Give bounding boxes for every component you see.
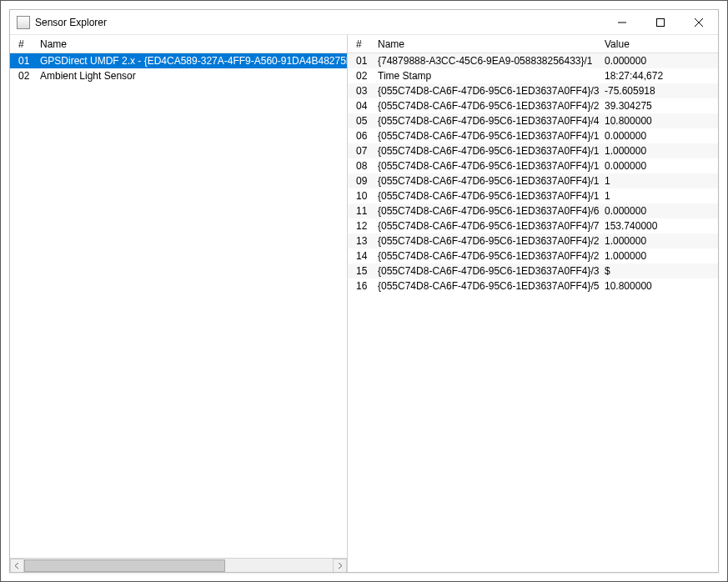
minimize-button[interactable] [603,10,641,35]
property-value: 153.740000 [600,220,718,232]
content-area: # Name 01GPSDirect UMDF 2.x - {ED4CA589-… [10,35,718,572]
sensor-list-body[interactable]: 01GPSDirect UMDF 2.x - {ED4CA589-327A-4F… [10,53,347,558]
sensor-list-row[interactable]: 01GPSDirect UMDF 2.x - {ED4CA589-327A-4F… [10,53,347,68]
property-value: 18:27:44,672 [600,70,718,82]
property-value: $ [600,265,718,277]
property-list-row[interactable]: 04{055C74D8-CA6F-47D6-95C6-1ED3637A0FF4}… [348,98,718,113]
property-name: {055C74D8-CA6F-47D6-95C6-1ED3637A0FF4}/2… [373,250,600,262]
property-list-row[interactable]: 03{055C74D8-CA6F-47D6-95C6-1ED3637A0FF4}… [348,83,718,98]
property-name: {055C74D8-CA6F-47D6-95C6-1ED3637A0FF4}/2 [373,100,600,112]
property-name: {74879888-A3CC-45C6-9EA9-058838256433}/1 [373,55,600,67]
property-name: Time Stamp [373,70,600,82]
scroll-thumb[interactable] [24,559,225,572]
sensor-name: GPSDirect UMDF 2.x - {ED4CA589-327A-4FF9… [35,55,347,67]
row-number: 01 [13,55,35,67]
property-value: 1 [600,190,718,202]
property-value: 1.000000 [600,145,718,157]
property-list-row[interactable]: 13{055C74D8-CA6F-47D6-95C6-1ED3637A0FF4}… [348,233,718,248]
col-header-name[interactable]: Name [373,38,600,50]
row-number: 01 [351,55,373,67]
property-value: 0.000000 [600,55,718,67]
row-number: 04 [351,100,373,112]
maximize-button[interactable] [641,10,680,35]
property-list-row[interactable]: 14{055C74D8-CA6F-47D6-95C6-1ED3637A0FF4}… [348,248,718,263]
property-value: 1.000000 [600,250,718,262]
row-number: 13 [351,235,373,247]
property-value: 1 [600,175,718,187]
col-header-number[interactable]: # [13,38,35,50]
property-name: {055C74D8-CA6F-47D6-95C6-1ED3637A0FF4}/2… [373,235,600,247]
property-list-row[interactable]: 16{055C74D8-CA6F-47D6-95C6-1ED3637A0FF4}… [348,278,718,294]
property-name: {055C74D8-CA6F-47D6-95C6-1ED3637A0FF4}/6 [373,205,600,217]
property-value: 10.800000 [600,280,718,292]
sensor-name: Ambient Light Sensor [35,70,347,82]
col-header-value[interactable]: Value [600,38,718,50]
property-list-header[interactable]: # Name Value [348,35,718,53]
col-header-name[interactable]: Name [35,38,347,50]
property-name: {055C74D8-CA6F-47D6-95C6-1ED3637A0FF4}/1… [373,160,600,172]
maximize-icon [656,18,665,27]
row-number: 05 [351,115,373,127]
property-list-row[interactable]: 09{055C74D8-CA6F-47D6-95C6-1ED3637A0FF4}… [348,173,718,188]
scroll-left-button[interactable] [10,559,24,573]
row-number: 16 [351,280,373,292]
property-name: {055C74D8-CA6F-47D6-95C6-1ED3637A0FF4}/1… [373,175,600,187]
row-number: 07 [351,145,373,157]
property-list-row[interactable]: 06{055C74D8-CA6F-47D6-95C6-1ED3637A0FF4}… [348,128,718,143]
property-list-row[interactable]: 10{055C74D8-CA6F-47D6-95C6-1ED3637A0FF4}… [348,188,718,203]
property-name: {055C74D8-CA6F-47D6-95C6-1ED3637A0FF4}/3 [373,85,600,97]
window-title: Sensor Explorer [35,17,107,28]
property-list-row[interactable]: 02Time Stamp18:27:44,672 [348,68,718,83]
row-number: 14 [351,250,373,262]
property-list-row[interactable]: 12{055C74D8-CA6F-47D6-95C6-1ED3637A0FF4}… [348,218,718,233]
property-name: {055C74D8-CA6F-47D6-95C6-1ED3637A0FF4}/1… [373,130,600,142]
property-name: {055C74D8-CA6F-47D6-95C6-1ED3637A0FF4}/4 [373,115,600,127]
sensor-list-row[interactable]: 02Ambient Light Sensor [10,68,347,83]
row-number: 02 [13,70,35,82]
property-value: 1.000000 [600,235,718,247]
chevron-right-icon [337,563,343,569]
minimize-icon [618,18,626,27]
scroll-track[interactable] [24,559,333,573]
svg-rect-0 [657,18,665,26]
scroll-right-button[interactable] [333,559,347,573]
screenshot-frame: Sensor Explorer # Name 01GPSDire [0,0,728,582]
row-number: 06 [351,130,373,142]
sensor-list-hscrollbar[interactable] [10,558,347,572]
row-number: 12 [351,220,373,232]
row-number: 03 [351,85,373,97]
sensor-list-header[interactable]: # Name [10,35,347,53]
property-name: {055C74D8-CA6F-47D6-95C6-1ED3637A0FF4}/5 [373,280,600,292]
titlebar[interactable]: Sensor Explorer [10,10,718,35]
property-value: 0.000000 [600,160,718,172]
row-number: 09 [351,175,373,187]
close-button[interactable] [680,10,718,35]
property-list-row[interactable]: 15{055C74D8-CA6F-47D6-95C6-1ED3637A0FF4}… [348,263,718,278]
property-value: 0.000000 [600,205,718,217]
property-list-row[interactable]: 05{055C74D8-CA6F-47D6-95C6-1ED3637A0FF4}… [348,113,718,128]
row-number: 08 [351,160,373,172]
property-value: 10.800000 [600,115,718,127]
sensor-list-pane: # Name 01GPSDirect UMDF 2.x - {ED4CA589-… [10,35,348,572]
property-list-row[interactable]: 01{74879888-A3CC-45C6-9EA9-058838256433}… [348,53,718,68]
property-name: {055C74D8-CA6F-47D6-95C6-1ED3637A0FF4}/1… [373,190,600,202]
property-name: {055C74D8-CA6F-47D6-95C6-1ED3637A0FF4}/7 [373,220,600,232]
close-icon [695,18,703,27]
property-list-row[interactable]: 08{055C74D8-CA6F-47D6-95C6-1ED3637A0FF4}… [348,158,718,173]
property-list-row[interactable]: 07{055C74D8-CA6F-47D6-95C6-1ED3637A0FF4}… [348,143,718,158]
property-name: {055C74D8-CA6F-47D6-95C6-1ED3637A0FF4}/1… [373,145,600,157]
property-value: 39.304275 [600,100,718,112]
property-list-pane: # Name Value 01{74879888-A3CC-45C6-9EA9-… [348,35,718,572]
property-list-row[interactable]: 11{055C74D8-CA6F-47D6-95C6-1ED3637A0FF4}… [348,203,718,218]
property-name: {055C74D8-CA6F-47D6-95C6-1ED3637A0FF4}/3… [373,265,600,277]
row-number: 15 [351,265,373,277]
property-value: -75.605918 [600,85,718,97]
row-number: 02 [351,70,373,82]
app-window: Sensor Explorer # Name 01GPSDire [9,9,719,573]
col-header-number[interactable]: # [351,38,373,50]
row-number: 10 [351,190,373,202]
chevron-left-icon [14,563,20,569]
app-icon [17,16,30,29]
row-number: 11 [351,205,373,217]
property-list-body[interactable]: 01{74879888-A3CC-45C6-9EA9-058838256433}… [348,53,718,572]
